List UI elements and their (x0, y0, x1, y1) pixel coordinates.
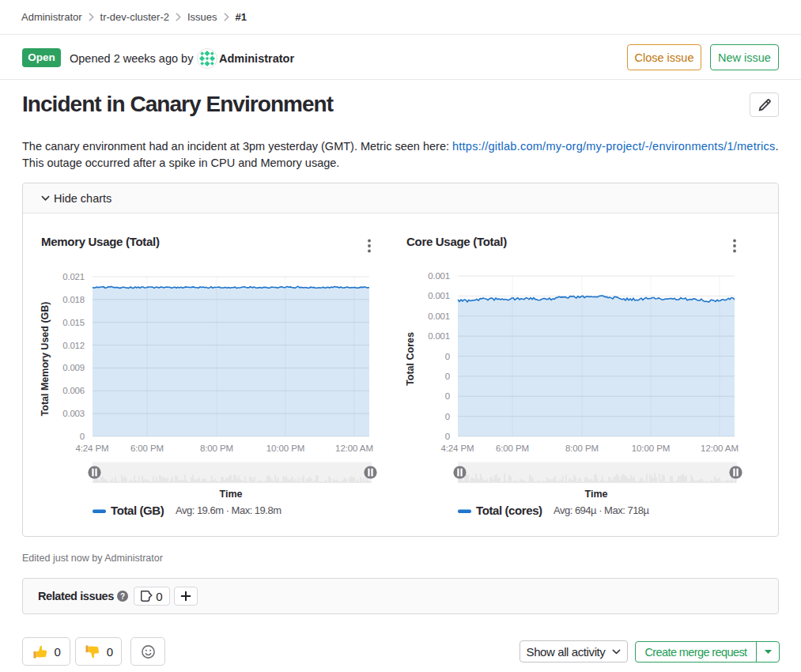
svg-text:Total (cores): Total (cores) (476, 504, 542, 517)
svg-text:6:00 PM: 6:00 PM (496, 444, 529, 453)
svg-text:0.015: 0.015 (62, 318, 85, 327)
svg-text:0.001: 0.001 (428, 271, 450, 281)
svg-text:0.009: 0.009 (62, 363, 85, 372)
svg-text:Total Memory Used (GB): Total Memory Used (GB) (40, 302, 51, 417)
svg-text:6:00 PM: 6:00 PM (130, 444, 164, 453)
svg-text:10:00 PM: 10:00 PM (266, 444, 304, 453)
svg-text:4:24 PM: 4:24 PM (440, 444, 474, 453)
svg-text:Time: Time (585, 489, 608, 500)
svg-text:12:00 AM: 12:00 AM (701, 444, 739, 453)
svg-text:0.021: 0.021 (62, 272, 85, 281)
svg-text:Avg: 19.6m · Max: 19.8m: Avg: 19.6m · Max: 19.8m (176, 504, 281, 516)
svg-text:0.018: 0.018 (62, 295, 85, 304)
svg-text:0: 0 (445, 412, 450, 421)
svg-text:0.001: 0.001 (428, 291, 450, 300)
svg-text:4:24 PM: 4:24 PM (75, 444, 108, 453)
svg-text:12:00 AM: 12:00 AM (335, 444, 373, 453)
svg-text:0.001: 0.001 (428, 331, 450, 341)
svg-text:8:00 PM: 8:00 PM (200, 444, 233, 453)
svg-text:Time: Time (220, 489, 243, 500)
svg-text:0.003: 0.003 (62, 409, 85, 418)
svg-text:0.012: 0.012 (62, 341, 85, 350)
svg-text:Total (GB): Total (GB) (111, 504, 164, 517)
svg-text:10:00 PM: 10:00 PM (632, 444, 670, 453)
svg-text:0.001: 0.001 (428, 311, 450, 321)
svg-text:0: 0 (445, 352, 450, 361)
svg-text:Memory Usage (Total): Memory Usage (Total) (41, 235, 160, 248)
svg-text:0: 0 (445, 391, 450, 401)
svg-text:Avg: 694µ · Max: 718µ: Avg: 694µ · Max: 718µ (554, 504, 650, 516)
svg-text:0: 0 (80, 432, 85, 441)
svg-text:0: 0 (445, 432, 450, 441)
svg-text:Core Usage (Total): Core Usage (Total) (406, 235, 507, 248)
svg-text:8:00 PM: 8:00 PM (565, 444, 599, 453)
svg-text:0: 0 (445, 372, 450, 381)
svg-text:0.006: 0.006 (62, 386, 85, 395)
svg-text:Total Cores: Total Cores (405, 332, 416, 386)
